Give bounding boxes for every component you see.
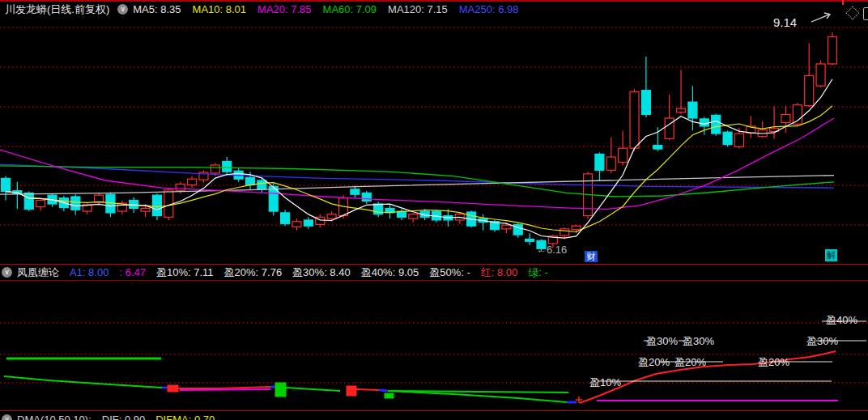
high-arrow-icon: [809, 11, 835, 25]
marker-cai-badge[interactable]: 财: [585, 251, 598, 262]
win10-readout: 盈10%: 7.11: [156, 266, 214, 278]
high-price-label: 9.14: [773, 15, 797, 29]
draw-tool-square-icon[interactable]: [863, 7, 868, 20]
stock-app-window: { "header": { "title": "川发龙蟒(日线.前复权)", "…: [0, 0, 868, 420]
page-title: 川发龙蟒(日线.前复权): [5, 3, 109, 15]
chevron-down-icon[interactable]: ∨: [117, 4, 128, 15]
main-candlestick-chart[interactable]: [0, 19, 868, 264]
win50-readout: 盈50%: -: [429, 266, 470, 278]
top-border-line: [0, 0, 868, 2]
draw-tool-diamond-icon[interactable]: [846, 6, 860, 20]
ma60-readout: MA60: 7.09: [323, 3, 377, 15]
svg-text:盈40%: 盈40%: [826, 314, 857, 326]
green-line-readout: 绿: -: [528, 266, 548, 278]
a2-readout: : 6.47: [119, 266, 146, 278]
red-line-readout: 红: 8.00: [481, 266, 518, 278]
ma120-readout: MA120: 7.15: [388, 3, 448, 15]
svg-text:盈10%: 盈10%: [589, 376, 621, 388]
indicator-sub-chart[interactable]: 盈10%盈20%盈20%盈20%盈30%盈30%盈30%盈40%: [0, 281, 868, 410]
chevron-down-icon[interactable]: ∨: [2, 414, 12, 420]
svg-text:盈20%: 盈20%: [638, 356, 670, 368]
svg-text:盈30%: 盈30%: [646, 335, 678, 347]
svg-text:盈20%: 盈20%: [758, 356, 789, 368]
win20-readout: 盈20%: 7.76: [224, 266, 283, 278]
ma5-readout: MA5: 8.35: [133, 3, 181, 15]
ma10-readout: MA10: 8.01: [193, 3, 247, 15]
main-chart-header: 川发龙蟒(日线.前复权) ∨ MA5: 8.35 MA10: 8.01 MA20…: [5, 3, 530, 15]
top-axis-tick: [842, 0, 844, 5]
win40-readout: 盈40%: 9.05: [361, 266, 419, 278]
dma-bar: ∨ DMA(10,50,10): DIF: 0.90 DIFMA: 0.70: [2, 414, 225, 420]
ma20-readout: MA20: 7.85: [257, 3, 312, 15]
win30-readout: 盈30%: 8.40: [292, 266, 351, 278]
difma-readout: DIFMA: 0.70: [155, 414, 215, 420]
low-price-label: ←6.16: [536, 244, 567, 256]
chevron-down-icon[interactable]: ∨: [2, 267, 12, 278]
svg-text:盈30%: 盈30%: [683, 335, 714, 347]
marker-jie-badge[interactable]: 解: [825, 249, 837, 261]
dif-readout: DIF: 0.90: [102, 414, 145, 420]
sub-chart-header: ∨ 凤凰缠论 A1: 8.00 : 6.47 盈10%: 7.11 盈20%: …: [2, 266, 559, 278]
svg-text:盈20%: 盈20%: [674, 356, 706, 368]
panel-divider-line[interactable]: [0, 264, 868, 265]
indicator-title: 凤凰缠论: [17, 266, 59, 278]
bottom-divider-line[interactable]: [0, 410, 868, 411]
ma250-readout: MA250: 6.98: [459, 3, 519, 15]
dma-title: DMA(10,50,10):: [17, 414, 91, 420]
a1-readout: A1: 8.00: [70, 266, 108, 278]
svg-text:盈30%: 盈30%: [806, 335, 838, 347]
